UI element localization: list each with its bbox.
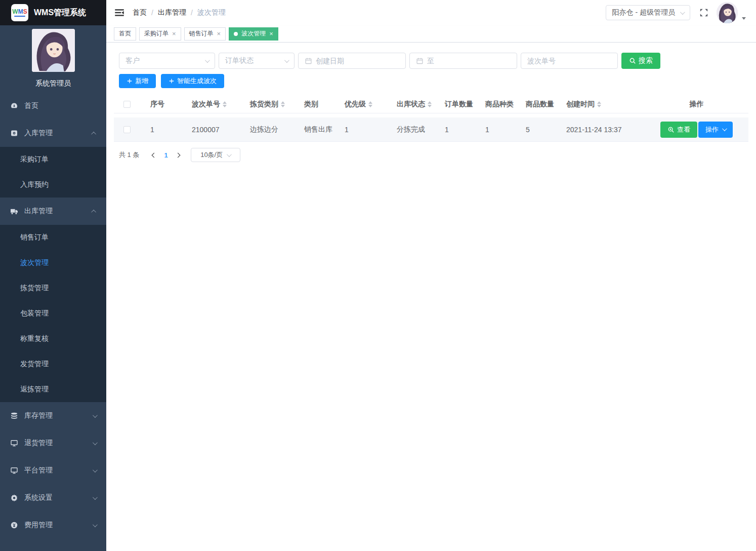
column-header-wave_no[interactable]: 波次单号 [182,100,240,109]
table-header: 序号波次单号拣货类别类别优先级出库状态订单数量商品种类商品数量创建时间操作 [114,95,748,113]
sidebar-item-inventory[interactable]: 库存管理 [0,402,106,429]
content-panel: 客户 订单状态 [106,43,756,551]
sidebar-subitem-repick-management[interactable]: 返拣管理 [0,377,106,402]
logo-underline [14,16,25,17]
sidebar-item-inbound[interactable]: 入库管理 [0,120,106,147]
select-all-checkbox[interactable] [123,101,131,108]
chevron-down-icon [722,126,727,131]
sidebar-item-fees[interactable]: 费用管理 [0,511,106,539]
sidebar-subitem-inbound-reservation[interactable]: 入库预约 [0,172,106,198]
topbar-right: 阳亦仓 - 超级管理员 [606,2,746,23]
sidebar-subitem-weighing-recheck[interactable]: 称重复核 [0,326,106,351]
pagination-total: 共 1 条 [119,150,139,160]
row-checkbox[interactable] [123,126,131,133]
sidebar-item-settings[interactable]: 系统设置 [0,484,106,511]
add-button[interactable]: 新增 [119,74,156,88]
logo-letters: WMS [12,9,27,15]
tab-home[interactable]: 首页 [114,27,136,41]
logo-letter: M [18,8,23,15]
sort-icon[interactable] [597,101,601,107]
tab-wave-management[interactable]: 波次管理× [229,27,278,41]
sidebar-item-outbound[interactable]: 出库管理 [0,198,106,225]
user-avatar[interactable] [717,2,738,23]
view-button[interactable]: 查看 [660,122,697,138]
operate-button[interactable]: 操作 [698,122,733,138]
sidebar-item-platform[interactable]: 平台管理 [0,457,106,484]
smart-generate-wave-button[interactable]: 智能生成波次 [161,74,224,88]
app-title: WMS管理系统 [34,8,86,18]
order-status-select[interactable]: 订单状态 [219,53,295,69]
breadcrumb-item[interactable]: 首页 [133,8,147,17]
prev-page-button[interactable] [152,153,156,157]
sidebar-item-home[interactable]: 首页 [0,92,106,120]
next-page-button[interactable] [176,153,180,157]
sidebar-subitem-packing-management[interactable]: 包装管理 [0,301,106,326]
sidebar-subitem-wave-management[interactable]: 波次管理 [0,250,106,276]
column-header-order_qty: 订单数量 [435,100,475,109]
close-icon[interactable]: × [217,30,221,37]
sidebar-subitem-sales-orders[interactable]: 销售订单 [0,225,106,250]
sort-icon[interactable] [428,101,432,107]
page-size-value: 10条/页 [200,150,223,160]
end-date-field[interactable] [427,57,511,65]
sidebar-item-returns[interactable]: 退货管理 [0,429,106,457]
sidebar-profile: 系统管理员 [0,25,106,92]
topbar: 首页/出库管理/波次管理 阳亦仓 - 超级管理员 [106,0,756,25]
sidebar-subitem-label: 返拣管理 [20,385,49,394]
avatar-dropdown-caret-icon[interactable] [742,17,746,20]
sidebar-menu: 首页入库管理采购订单入库预约出库管理销售订单波次管理拣货管理包装管理称重复核发货… [0,92,106,551]
create-date-field[interactable] [316,57,399,65]
wave-no-input[interactable] [521,53,618,69]
tab-purchase-orders[interactable]: 采购订单× [139,27,181,41]
chevron-down-icon [680,10,685,15]
page-size-select[interactable]: 10条/页 [191,148,240,162]
sidebar-subitem-label: 称重复核 [20,334,49,343]
close-icon[interactable]: × [172,30,176,37]
wave-no-field[interactable] [521,57,617,65]
sidebar-subitem-purchase-orders[interactable]: 采购订单 [0,147,106,172]
cell-wave_no: 2100007 [182,126,240,134]
column-header-created_at[interactable]: 创建时间 [556,100,645,109]
column-header-outbound_status[interactable]: 出库状态 [387,100,435,109]
breadcrumb-item[interactable]: 出库管理 [158,8,186,17]
row-actions: 查看操作 [645,122,748,138]
customer-select-placeholder: 客户 [125,56,140,65]
cell-index: 1 [140,126,182,134]
dashboard-icon [10,102,18,110]
sidebar-subitem-shipping-management[interactable]: 发货管理 [0,351,106,377]
sort-icon[interactable] [281,101,285,107]
sidebar-subitem-label: 入库预约 [20,180,49,189]
page-number[interactable]: 1 [164,151,167,159]
sidebar-subitem-label: 销售订单 [20,233,49,242]
pagination: 共 1 条 1 10条/页 [119,148,748,162]
filter-bar: 客户 订单状态 [119,53,748,69]
hamburger-icon[interactable] [114,8,124,18]
close-icon[interactable]: × [269,30,273,37]
customer-select[interactable]: 客户 [119,53,215,69]
sort-icon[interactable] [223,101,227,107]
column-header-category: 类别 [294,100,334,109]
warehouse-select-value: 阳亦仓 - 超级管理员 [612,8,675,17]
fullscreen-icon[interactable] [699,8,708,17]
sidebar: WMS WMS管理系统 系统管理员 首页入库管理采购订单入库预约出库管理销售订单… [0,0,106,551]
operate-button-label: 操作 [705,125,719,134]
chevron-down-icon [93,495,98,500]
column-header-priority[interactable]: 优先级 [334,100,387,109]
sort-icon[interactable] [368,101,372,107]
column-label: 拣货类别 [250,100,278,109]
column-header-pick_type[interactable]: 拣货类别 [240,100,294,109]
search-button[interactable]: 搜索 [621,53,660,69]
cell-created_at: 2021-11-24 13:37 [556,126,645,134]
tab-sales-orders[interactable]: 销售订单× [184,27,226,41]
warehouse-select[interactable]: 阳亦仓 - 超级管理员 [606,5,690,20]
monitor-icon [10,439,18,447]
column-header-actions: 操作 [645,100,748,109]
search-icon [629,57,636,64]
cell-priority: 1 [334,126,387,134]
cell-outbound_status: 分拣完成 [387,125,435,134]
column-label: 波次单号 [192,100,220,109]
chevron-down-icon [227,152,232,157]
sidebar-subitem-picking-management[interactable]: 拣货管理 [0,276,106,301]
create-date-input[interactable] [298,53,406,69]
end-date-input[interactable] [409,53,517,69]
